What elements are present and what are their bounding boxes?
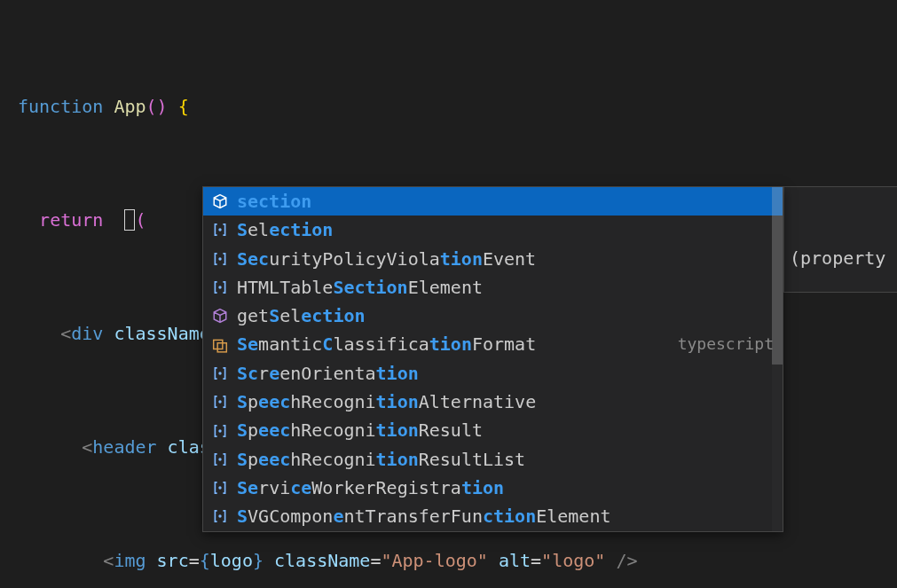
bracket-icon [212,508,228,524]
suggestion-item[interactable]: HTMLTableSectionElement [203,273,783,302]
cursor-indicator [124,209,135,231]
suggestion-item[interactable]: Selection [203,216,783,244]
attr-classname: className [114,323,209,344]
code-line[interactable]: <img src={logo} className="App-logo" alt… [18,546,897,575]
suggestion-label: SpeechRecognitionResult [237,416,483,444]
suggestion-label: SpeechRecognitionAlternative [237,388,536,416]
svg-point-9 [218,486,221,489]
suggestion-label: getSelection [237,302,366,330]
var-logo: logo [210,550,253,571]
enum-orange-icon [212,337,228,353]
paren-open: ( [135,209,146,231]
suggestion-item[interactable]: SpeechRecognitionResult [203,416,783,444]
tag-img: img [114,550,146,571]
bracket-icon [212,279,228,295]
suggestion-label: ServiceWorkerRegistration [237,474,504,502]
keyword-function: function [18,96,103,117]
keyword-return: return [39,209,103,231]
attr-classname: className [274,550,370,571]
svg-point-2 [218,286,221,288]
svg-point-8 [218,458,221,460]
bracket-icon [212,451,228,467]
paren: () [146,96,168,117]
func-name: App [114,96,146,117]
suggestion-label: SecurityPolicyViolationEvent [237,245,536,273]
svg-point-6 [218,401,221,404]
bracket-icon [212,480,228,496]
code-line[interactable]: function App() { [18,92,897,121]
bracket-icon [212,222,228,238]
suggestion-item[interactable]: SecurityPolicyViolationEvent [203,245,783,273]
tag-header: header [92,436,156,458]
bracket-icon [212,423,228,439]
suggestion-label: SemanticClassificationFormat [237,330,536,358]
svg-point-10 [218,515,221,518]
suggestion-item[interactable]: getSelection [203,302,783,330]
tag-div: div [71,323,103,344]
cube-purple-icon [212,308,228,324]
bracket-icon [212,251,228,267]
suggestion-label: Selection [237,216,333,244]
attr-src: src [157,550,189,571]
popup-scroll-thumb[interactable] [772,187,783,365]
svg-point-7 [218,429,221,432]
suggestion-item[interactable]: section [203,187,783,216]
suggestion-label: SVGComponentTransferFunctionElement [237,502,610,530]
str-logo: "logo" [541,550,605,571]
doc-hover-widget: (property React.Det tes<HTMLE [783,186,897,293]
popup-scrollbar[interactable] [772,187,783,531]
svg-point-5 [218,372,221,374]
suggestion-item[interactable]: SpeechRecognitionAlternative [203,388,783,416]
cube-open-icon [212,193,228,209]
suggestion-item[interactable]: SemanticClassificationFormattypescript [203,330,783,358]
str-app-logo: "App-logo" [381,550,487,571]
brace-open: { [178,96,189,117]
suggestion-label: SpeechRecognitionResultList [237,445,525,474]
suggestion-label: ScreenOrientation [237,359,419,388]
intellisense-popup[interactable]: sectionSelectionSecurityPolicyViolationE… [202,186,783,532]
suggestion-label: section [237,187,311,216]
svg-point-1 [218,257,221,260]
svg-point-0 [218,229,221,231]
suggestion-label: HTMLTableSectionElement [237,273,483,302]
attr-alt: alt [499,550,531,571]
code-editor[interactable]: function App() { return ( <div className… [0,0,897,588]
suggestion-item[interactable]: ScreenOrientation [203,359,783,388]
suggestion-item[interactable]: SpeechRecognitionResultList [203,445,783,474]
suggestion-item[interactable]: ServiceWorkerRegistration [203,474,783,502]
bracket-icon [212,365,228,381]
suggestion-source: typescript [678,330,774,358]
doc-line: (property [790,244,897,272]
bracket-icon [212,394,228,410]
suggestion-item[interactable]: SVGComponentTransferFunctionElement [203,502,783,530]
